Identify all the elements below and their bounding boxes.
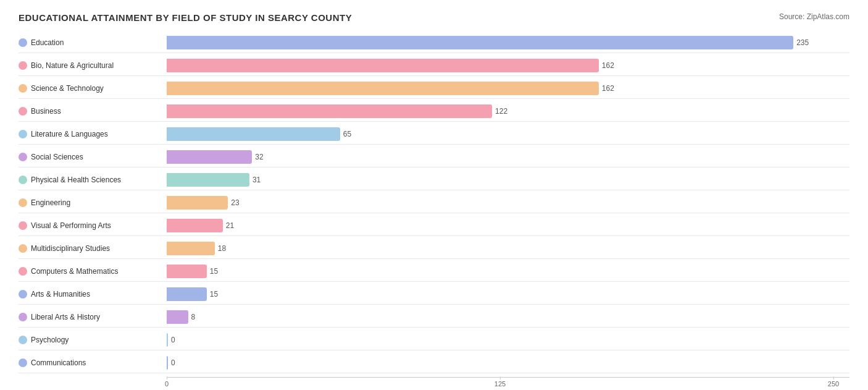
bar-label-area: Physical & Health Sciences: [19, 176, 167, 184]
bar-value-label: 162: [602, 84, 614, 93]
bar-value-label: 122: [495, 107, 507, 116]
color-dot: [19, 267, 27, 276]
chart-area: Education235Bio, Nature & Agricultural16…: [19, 32, 849, 389]
bar-fill: [167, 356, 168, 370]
bar-row: Education235: [19, 32, 849, 53]
bar-container: 32: [167, 148, 849, 166]
bar-fill: [167, 333, 168, 347]
bar-label-text: Science & Technology: [31, 84, 104, 93]
bar-value-label: 8: [191, 313, 196, 321]
bar-label-area: Bio, Nature & Agricultural: [19, 61, 167, 70]
bar-row: Psychology0: [19, 329, 849, 350]
bar-fill: [167, 82, 599, 95]
bar-container: 0: [167, 354, 849, 371]
bar-container: 23: [167, 194, 849, 211]
bar-fill: [167, 59, 599, 72]
bar-label-area: Communications: [19, 358, 167, 367]
bar-row: Arts & Humanities15: [19, 284, 849, 305]
bar-container: 162: [167, 57, 849, 74]
bar-label-text: Liberal Arts & History: [31, 313, 100, 321]
bar-label-area: Education: [19, 38, 167, 47]
color-dot: [19, 198, 27, 207]
bar-fill: [167, 287, 207, 301]
bar-fill: [167, 219, 223, 232]
bar-container: 8: [167, 308, 849, 326]
bar-label-text: Multidisciplinary Studies: [31, 244, 110, 253]
bar-label-area: Arts & Humanities: [19, 290, 167, 299]
bar-label-area: Literature & Languages: [19, 130, 167, 138]
bar-row: Engineering23: [19, 192, 849, 213]
color-dot: [19, 61, 27, 70]
bar-label-text: Communications: [31, 358, 86, 367]
bar-label-area: Social Sciences: [19, 153, 167, 161]
bar-value-label: 162: [602, 61, 614, 70]
bar-value-label: 21: [226, 221, 234, 230]
x-tick: 250: [828, 380, 839, 388]
bar-value-label: 31: [252, 176, 261, 184]
bar-fill: [167, 310, 188, 324]
bar-value-label: 23: [231, 198, 239, 207]
bar-row: Liberal Arts & History8: [19, 307, 849, 328]
bar-label-area: Engineering: [19, 198, 167, 207]
bar-value-label: 15: [210, 290, 218, 299]
bar-label-area: Psychology: [19, 336, 167, 344]
bar-container: 235: [167, 34, 849, 51]
chart-title: EDUCATIONAL ATTAINMENT BY FIELD OF STUDY…: [19, 12, 352, 23]
color-dot: [19, 130, 27, 138]
bar-fill: [167, 173, 249, 187]
bar-value-label: 0: [171, 358, 175, 367]
bar-label-area: Business: [19, 107, 167, 116]
source-label: Source: ZipAtlas.com: [779, 12, 849, 21]
bar-row: Social Sciences32: [19, 146, 849, 167]
bar-container: 15: [167, 263, 849, 280]
color-dot: [19, 84, 27, 93]
bar-label-text: Arts & Humanities: [31, 290, 90, 299]
bar-container: 15: [167, 286, 849, 303]
color-dot: [19, 336, 27, 344]
color-dot: [19, 221, 27, 230]
color-dot: [19, 244, 27, 253]
bar-fill: [167, 265, 207, 278]
bar-label-text: Visual & Performing Arts: [31, 221, 111, 230]
bar-container: 122: [167, 103, 849, 120]
bar-label-area: Multidisciplinary Studies: [19, 244, 167, 253]
color-dot: [19, 358, 27, 367]
bar-container: 18: [167, 240, 849, 257]
bar-fill: [167, 104, 492, 118]
color-dot: [19, 176, 27, 184]
bar-label-text: Psychology: [31, 336, 69, 344]
bar-label-text: Engineering: [31, 198, 70, 207]
bar-fill: [167, 150, 252, 164]
color-dot: [19, 153, 27, 161]
bar-label-area: Liberal Arts & History: [19, 313, 167, 321]
bar-container: 0: [167, 331, 849, 349]
color-dot: [19, 38, 27, 47]
color-dot: [19, 313, 27, 321]
bar-container: 162: [167, 80, 849, 97]
bar-value-label: 65: [343, 130, 351, 138]
bar-row: Visual & Performing Arts21: [19, 215, 849, 236]
bar-label-text: Computers & Mathematics: [31, 267, 118, 276]
bar-value-label: 18: [218, 244, 226, 253]
bar-value-label: 32: [255, 153, 263, 161]
bar-row: Multidisciplinary Studies18: [19, 238, 849, 259]
bar-label-text: Business: [31, 107, 61, 116]
bar-fill: [167, 242, 215, 255]
bar-label-area: Computers & Mathematics: [19, 267, 167, 276]
bar-label-text: Social Sciences: [31, 153, 83, 161]
bar-row: Bio, Nature & Agricultural162: [19, 55, 849, 76]
bar-value-label: 0: [171, 336, 175, 344]
bar-label-text: Physical & Health Sciences: [31, 176, 121, 184]
bar-row: Computers & Mathematics15: [19, 261, 849, 282]
bar-container: 31: [167, 171, 849, 189]
bar-row: Business122: [19, 101, 849, 122]
x-axis: 0125250: [167, 377, 849, 389]
x-tick: 125: [495, 380, 506, 388]
bar-row: Communications0: [19, 352, 849, 373]
chart-wrapper: EDUCATIONAL ATTAINMENT BY FIELD OF STUDY…: [19, 12, 849, 389]
x-tick: 0: [165, 380, 169, 388]
bar-label-text: Education: [31, 38, 64, 47]
bar-container: 21: [167, 217, 849, 234]
bar-fill: [167, 36, 793, 49]
bar-value-label: 15: [210, 267, 218, 276]
